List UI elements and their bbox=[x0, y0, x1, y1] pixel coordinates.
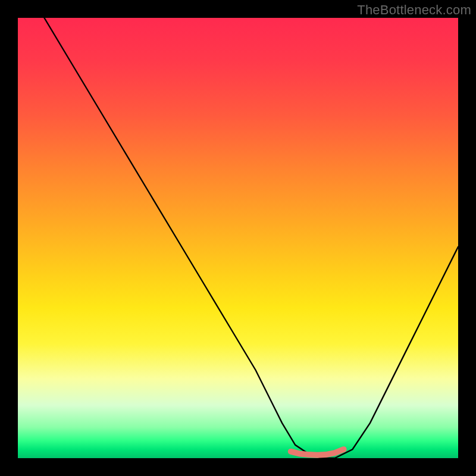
chart-frame: TheBottleneck.com bbox=[0, 0, 476, 476]
optimal-range-marker bbox=[291, 449, 344, 455]
watermark-text: TheBottleneck.com bbox=[357, 2, 471, 18]
bottleneck-curve bbox=[44, 18, 458, 458]
plot-area bbox=[18, 18, 458, 458]
chart-svg bbox=[18, 18, 458, 458]
